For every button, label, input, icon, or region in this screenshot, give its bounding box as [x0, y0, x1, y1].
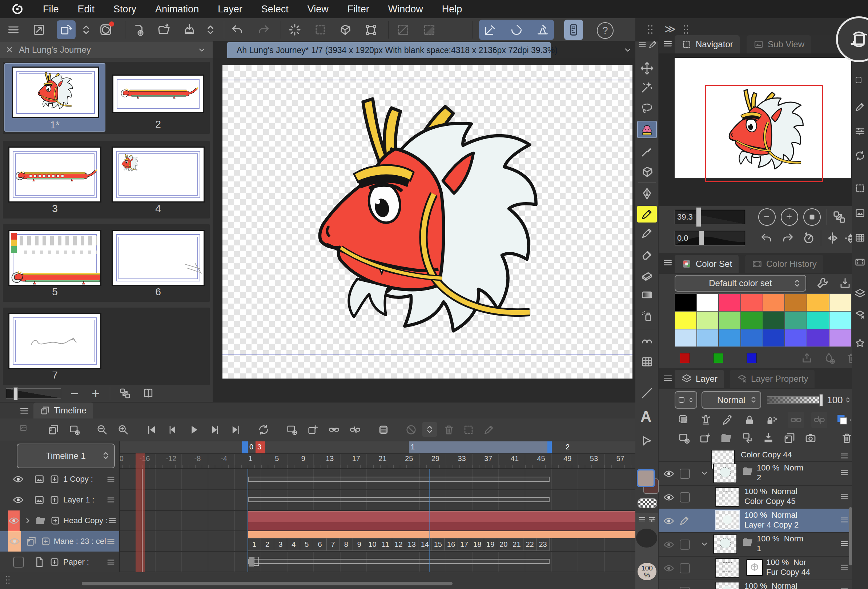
edit-color-set-icon[interactable]: [816, 276, 830, 290]
brush-opacity-indicator[interactable]: 100 %: [638, 563, 657, 580]
deselect-icon[interactable]: [396, 23, 410, 37]
animation-cel[interactable]: 19: [484, 538, 497, 551]
new-raster-layer-icon[interactable]: [678, 431, 691, 445]
ruler-curve-icon[interactable]: [509, 23, 523, 37]
zoom-slider[interactable]: 39.3: [675, 210, 745, 224]
tool-text-icon[interactable]: A: [641, 408, 651, 425]
color-swatch[interactable]: [807, 294, 829, 311]
rotate-slider-handle[interactable]: [699, 231, 704, 245]
thumbnail-size-slider[interactable]: [6, 388, 61, 399]
tool-move-icon[interactable]: [640, 62, 654, 75]
layer-row-layer-4-copy-2-selected[interactable]: 100 % NormalLayer 4 Copy 2: [658, 509, 852, 533]
layer-color-icon[interactable]: [835, 413, 848, 427]
tab-color-set[interactable]: Color Set: [675, 255, 739, 273]
track-header-mane-selected[interactable]: Mane : 23 : cel: [0, 531, 119, 552]
opacity-stepper-icon[interactable]: [844, 394, 852, 405]
tool-polyline-icon[interactable]: [640, 433, 654, 447]
track-options-icon[interactable]: [106, 557, 115, 567]
animation-cel[interactable]: 4: [287, 538, 300, 551]
page-card-6[interactable]: 6: [108, 228, 209, 299]
layer-row-folder-2[interactable]: 100 % Norm2: [658, 461, 852, 486]
animation-cel[interactable]: 9: [353, 538, 366, 551]
dock-quick-access-icon[interactable]: [854, 150, 866, 161]
brush-settings-tab-icon[interactable]: [648, 515, 657, 524]
layer-menu-icon[interactable]: [662, 373, 673, 384]
animation-cel[interactable]: 6: [313, 538, 326, 551]
unlink-cels-icon[interactable]: [349, 424, 361, 436]
opacity-slider-handle[interactable]: [819, 394, 823, 406]
reference-layer-selector[interactable]: [675, 391, 697, 409]
animation-cel[interactable]: 20: [497, 538, 510, 551]
resize-window-icon[interactable]: [32, 23, 46, 37]
new-animation-cel-icon[interactable]: [286, 424, 298, 436]
canvas-tab-list-chevron-icon[interactable]: [622, 44, 633, 55]
track-visible-icon[interactable]: [12, 494, 24, 506]
new-layer-alt-icon[interactable]: [698, 431, 712, 445]
tool-frame-border-icon[interactable]: [640, 355, 654, 369]
color-swatch[interactable]: [807, 311, 829, 329]
play-icon[interactable]: [187, 424, 200, 436]
color-swatch[interactable]: [763, 329, 785, 347]
brush-settings-menu-icon[interactable]: [638, 515, 646, 524]
collapse-panels-icon[interactable]: ≫: [664, 22, 676, 35]
color-swatch[interactable]: [675, 311, 697, 329]
tab-sub-view[interactable]: Sub View: [747, 35, 811, 53]
ruler-perspective-icon[interactable]: [536, 23, 549, 37]
color-swatch[interactable]: [719, 329, 741, 347]
quick-color-swatch[interactable]: [747, 353, 757, 363]
dock-layer-icon[interactable]: [854, 288, 866, 300]
quick-color-swatch[interactable]: [713, 353, 723, 363]
add-color-icon[interactable]: [823, 351, 836, 365]
color-swatch[interactable]: [741, 329, 763, 347]
brush-size-preview[interactable]: [636, 528, 657, 548]
navigator-preview[interactable]: [658, 53, 852, 206]
spread-view-icon[interactable]: [142, 387, 155, 400]
delete-cel-icon[interactable]: [443, 424, 455, 436]
zoom-out-icon[interactable]: [758, 208, 776, 226]
animation-cel[interactable]: 22: [523, 538, 536, 551]
zoom-in-pages-button[interactable]: +: [92, 386, 100, 402]
tab-timeline[interactable]: Timeline: [34, 403, 93, 418]
animation-cel[interactable]: 3: [274, 538, 287, 551]
new-animation-cel-alt-icon[interactable]: [307, 424, 319, 436]
colorset-menu-icon[interactable]: [662, 257, 673, 268]
color-swatch[interactable]: [785, 329, 807, 347]
skip-to-end-icon[interactable]: [230, 424, 242, 436]
menu-item[interactable]: Filter: [338, 4, 379, 15]
layer-options-icon[interactable]: [840, 468, 849, 477]
skip-to-start-icon[interactable]: [145, 424, 158, 436]
timeline-resize-grip-icon[interactable]: [2, 573, 13, 587]
layer-checkbox[interactable]: [680, 469, 690, 479]
dock-grip-icon[interactable]: [644, 23, 657, 35]
fit-to-screen-icon[interactable]: [832, 210, 847, 224]
menu-item[interactable]: Help: [433, 4, 472, 15]
zoom-out-pages-button[interactable]: −: [71, 386, 78, 402]
tool-eraser-icon[interactable]: [640, 247, 654, 261]
color-swatch[interactable]: [763, 311, 785, 329]
tool-auto-select-icon[interactable]: [640, 80, 654, 94]
page-card-2[interactable]: 2: [108, 63, 209, 131]
reference-draw-icon[interactable]: [699, 413, 712, 427]
animation-cel[interactable]: 8: [340, 538, 353, 551]
animation-cel[interactable]: 18: [471, 538, 484, 551]
color-swatch[interactable]: [785, 311, 807, 329]
merge-down-icon[interactable]: [762, 431, 775, 445]
layer-opacity-slider[interactable]: [767, 396, 822, 404]
layer-options-icon[interactable]: [840, 515, 849, 525]
link-cels-icon[interactable]: [328, 424, 340, 436]
timeline-curve-editor-icon[interactable]: [19, 424, 31, 436]
layer-options-icon[interactable]: [840, 451, 849, 461]
track-paper-bar[interactable]: [248, 559, 549, 564]
tool-brush-selected-icon[interactable]: [637, 206, 657, 223]
timeline-zoom-in-icon[interactable]: [117, 424, 129, 436]
paper-cel-mark[interactable]: [249, 557, 254, 567]
dock-color-history-icon[interactable]: [854, 256, 866, 268]
fit-pages-icon[interactable]: [119, 387, 131, 400]
track-visible-icon[interactable]: [8, 511, 20, 531]
menu-item[interactable]: Animation: [146, 4, 208, 15]
tool-custom-cupcake-icon[interactable]: [637, 121, 657, 138]
layer-hidden-icon[interactable]: [663, 562, 675, 574]
layer-options-icon[interactable]: [840, 492, 849, 501]
dock-layer-property-icon[interactable]: [854, 309, 866, 321]
delete-layer-icon[interactable]: [840, 431, 853, 445]
